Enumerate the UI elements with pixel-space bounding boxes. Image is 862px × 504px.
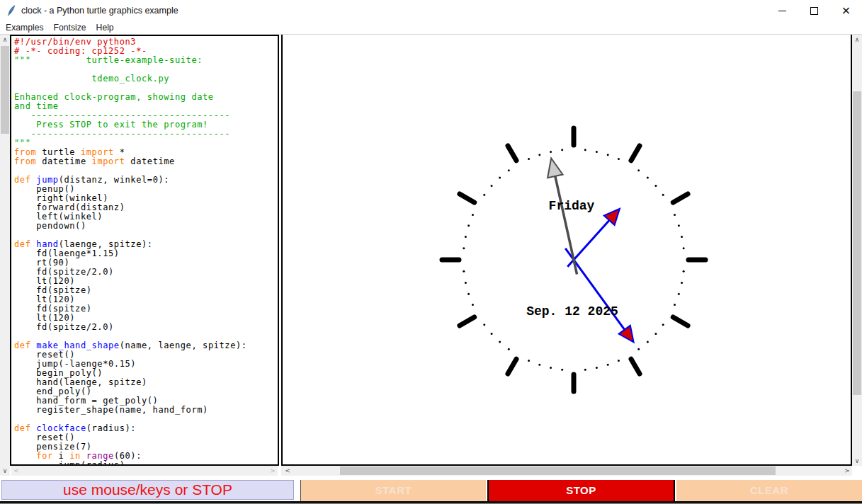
code-editor[interactable]: #!/usr/bin/env python3# -*- coding: cp12… (11, 36, 278, 466)
titlebar: clock - a Python turtle graphics example… (0, 0, 862, 21)
start-button[interactable]: START (300, 480, 486, 501)
menubar: ExamplesFontsizeHelp (0, 21, 862, 35)
clear-button[interactable]: CLEAR (676, 480, 862, 501)
stop-button[interactable]: STOP (487, 480, 675, 501)
menu-item-fontsize[interactable]: Fontsize (50, 23, 91, 33)
close-button[interactable]: × (830, 0, 862, 21)
feather-icon (6, 5, 16, 16)
canvas-hscrollbar-thumb[interactable] (340, 466, 776, 475)
status-message: use mouse/keys or STOP (1, 480, 294, 500)
scroll-down-icon[interactable]: ∨ (0, 466, 10, 476)
scroll-down-icon[interactable]: ∨ (852, 456, 862, 466)
scroll-up-icon[interactable]: ∧ (0, 35, 10, 45)
scroll-left-icon[interactable]: < (11, 466, 21, 476)
turtle-canvas[interactable] (281, 35, 852, 466)
code-pane: #!/usr/bin/env python3# -*- coding: cp12… (10, 35, 279, 466)
code-line: pendown() (14, 222, 278, 231)
maximize-icon (810, 7, 818, 15)
scroll-left-icon[interactable]: < (283, 466, 293, 476)
editor-vscrollbar[interactable]: ∧ ∨ (0, 35, 10, 476)
minimize-icon (778, 11, 786, 11)
canvas-vscrollbar[interactable]: ∧ ∨ (852, 35, 862, 466)
menu-item-help[interactable]: Help (92, 23, 118, 33)
canvas-vscrollbar-thumb[interactable] (853, 91, 861, 395)
maximize-button[interactable] (798, 0, 830, 21)
scroll-right-icon[interactable]: > (842, 466, 852, 476)
menu-item-examples[interactable]: Examples (1, 23, 48, 33)
scroll-up-icon[interactable]: ∧ (852, 35, 862, 45)
canvas-hscrollbar[interactable]: < > (281, 466, 852, 476)
minimize-button[interactable] (766, 0, 798, 21)
window-title: clock - a Python turtle graphics example (21, 0, 178, 21)
code-line: ------------------------------------ (14, 130, 278, 139)
bottombar: use mouse/keys or STOP START STOP CLEAR (0, 480, 862, 501)
editor-hscrollbar[interactable]: < > (11, 466, 278, 476)
editor-vscrollbar-thumb[interactable] (1, 46, 9, 134)
code-line: fd(spitze/2.0) (14, 323, 278, 332)
code-line: jump(radius) (14, 461, 278, 466)
scroll-right-icon[interactable]: > (268, 466, 278, 476)
code-line: tdemo_clock.py (14, 74, 278, 84)
close-icon: × (841, 5, 851, 16)
code-line: from datetime import datetime (14, 157, 278, 166)
code-line: register_shape(name, hand_form) (14, 406, 278, 415)
code-line: """ turtle-example-suite: (14, 56, 278, 65)
